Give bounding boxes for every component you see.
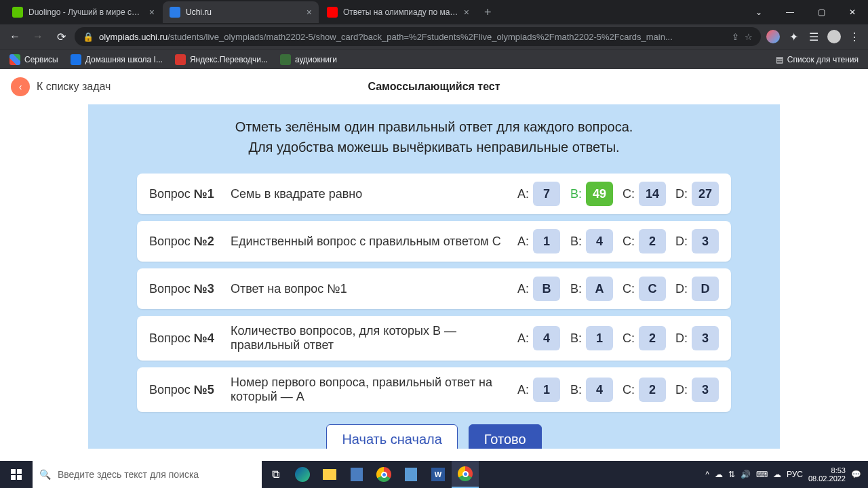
back-icon[interactable]: ← — [5, 27, 24, 46]
option-letter: D: — [673, 235, 688, 249]
new-tab-button[interactable]: + — [477, 5, 498, 20]
tab-title: Duolingo - Лучший в мире спос — [28, 7, 144, 17]
tab-youtube[interactable]: Ответы на олимпиаду по матем × — [320, 1, 476, 23]
notifications-icon[interactable]: 💬 — [851, 470, 861, 479]
back-button[interactable]: ‹ — [11, 77, 30, 96]
options: A:4B:1C:2D:3 — [514, 326, 719, 350]
close-button[interactable]: ✕ — [837, 1, 868, 23]
option-letter: D: — [673, 187, 688, 201]
wifi-icon[interactable]: ⇅ — [728, 470, 735, 479]
gamebar-icon[interactable]: ⌨ — [756, 470, 768, 479]
option-box[interactable]: 1 — [533, 229, 560, 253]
search-icon: 🔍 — [39, 469, 51, 480]
lock-icon: 🔒 — [83, 32, 94, 42]
option-box[interactable]: 2 — [639, 229, 666, 253]
clock-date: 08.02.2022 — [808, 474, 846, 483]
back-label[interactable]: К списку задач — [37, 81, 111, 93]
tab-title: Ответы на олимпиаду по матем — [343, 7, 458, 17]
option-box[interactable]: 49 — [586, 182, 613, 206]
calculator-icon[interactable] — [343, 461, 370, 488]
restart-button[interactable]: Начать сначала — [326, 424, 457, 449]
option-box[interactable]: C — [639, 277, 666, 301]
option-box[interactable]: 3 — [692, 378, 719, 402]
option-letter: A: — [514, 282, 529, 296]
option-letter: B: — [567, 282, 582, 296]
minimize-button[interactable]: — — [774, 1, 806, 23]
explorer-icon[interactable] — [316, 461, 343, 488]
forward-icon[interactable]: → — [28, 27, 47, 46]
option-box[interactable]: 2 — [639, 326, 666, 350]
instruction-line: Отметь зелёным один правильный ответ для… — [102, 117, 766, 137]
close-icon[interactable]: × — [307, 7, 312, 18]
apps-button[interactable]: Сервисы — [5, 52, 62, 68]
reading-list-button[interactable]: ▤Список для чтения — [772, 52, 863, 68]
option: A:4 — [514, 326, 560, 350]
extension-icon[interactable] — [765, 28, 781, 45]
address-bar: ← → ⟳ 🔒 olympiads.uchi.ru/students/live_… — [0, 24, 868, 49]
option-box[interactable]: 14 — [639, 182, 666, 206]
menu-icon[interactable]: ⋮ — [846, 28, 863, 45]
profile-icon[interactable] — [826, 28, 842, 45]
option-box[interactable]: 4 — [533, 326, 560, 350]
notepad-icon[interactable] — [397, 461, 425, 488]
bookmark-label: Яндекс.Переводчи... — [190, 55, 268, 64]
close-icon[interactable]: × — [149, 7, 155, 18]
reading-list-icon[interactable]: ☰ — [806, 28, 822, 45]
done-button[interactable]: Готово — [469, 424, 542, 449]
option-box[interactable]: 27 — [692, 182, 719, 206]
share-icon[interactable]: ⇪ — [732, 32, 739, 42]
option-box[interactable]: 1 — [533, 378, 560, 402]
cloud-icon[interactable]: ☁ — [715, 470, 723, 479]
option-box[interactable]: A — [586, 277, 613, 301]
bookmarks-bar: Сервисы Домашняя школа I... Яндекс.Перев… — [0, 49, 868, 69]
question-label: Вопрос №1 — [149, 187, 231, 201]
search-input[interactable]: 🔍 Введите здесь текст для поиска — [33, 461, 262, 488]
url-host: olympiads.uchi.ru — [99, 32, 167, 42]
chevron-down-icon[interactable]: ⌄ — [743, 1, 774, 23]
onedrive-icon[interactable]: ☁ — [773, 470, 781, 479]
tray-chevron-icon[interactable]: ^ — [705, 470, 709, 479]
language-indicator[interactable]: РУС — [787, 470, 803, 479]
option: D:3 — [673, 326, 719, 350]
options: A:7B:49C:14D:27 — [514, 182, 719, 206]
clock[interactable]: 8:53 08.02.2022 — [808, 466, 846, 483]
option-box[interactable]: 4 — [586, 229, 613, 253]
option: A:7 — [514, 182, 560, 206]
question-text: Семь в квадрате равно — [231, 187, 514, 201]
start-button[interactable] — [0, 461, 33, 488]
close-icon[interactable]: × — [464, 7, 469, 18]
reload-icon[interactable]: ⟳ — [52, 27, 71, 46]
option-box[interactable]: 3 — [692, 326, 719, 350]
url-input[interactable]: 🔒 olympiads.uchi.ru/students/live_olympi… — [75, 27, 761, 46]
tab-uchi[interactable]: Uchi.ru × — [163, 1, 319, 23]
bookmark-item[interactable]: аудиокниги — [276, 52, 341, 68]
chrome-icon[interactable] — [370, 461, 397, 488]
option-box[interactable]: 1 — [586, 326, 613, 350]
option: B:4 — [567, 378, 613, 402]
edge-icon[interactable] — [289, 461, 316, 488]
bookmark-item[interactable]: Домашняя школа I... — [66, 52, 167, 68]
option-box[interactable]: 3 — [692, 229, 719, 253]
page-title: Самоссылающийся тест — [368, 81, 500, 93]
list-icon: ▤ — [776, 55, 783, 64]
option-box[interactable]: D — [692, 277, 719, 301]
star-icon[interactable]: ☆ — [745, 32, 753, 42]
question-text: Номер первого вопроса, правильный ответ … — [231, 375, 514, 404]
option-box[interactable]: B — [533, 277, 560, 301]
reading-list-label: Список для чтения — [787, 55, 859, 64]
maximize-button[interactable]: ▢ — [806, 1, 837, 23]
bookmark-item[interactable]: Яндекс.Переводчи... — [171, 52, 272, 68]
option-letter: C: — [620, 187, 635, 201]
task-view-icon[interactable]: ⧉ — [262, 461, 289, 488]
chrome-running-icon[interactable] — [452, 461, 479, 488]
tab-duolingo[interactable]: Duolingo - Лучший в мире спос × — [5, 1, 161, 23]
word-icon[interactable]: W — [425, 461, 452, 488]
instruction-line: Для удобства можешь вычёркивать неправил… — [102, 137, 766, 157]
favicon — [12, 7, 23, 18]
option-box[interactable]: 4 — [586, 378, 613, 402]
volume-icon[interactable]: 🔊 — [741, 470, 751, 479]
option-box[interactable]: 2 — [639, 378, 666, 402]
extensions-icon[interactable]: ✦ — [785, 28, 802, 45]
option: B:A — [567, 277, 613, 301]
option-box[interactable]: 7 — [533, 182, 560, 206]
